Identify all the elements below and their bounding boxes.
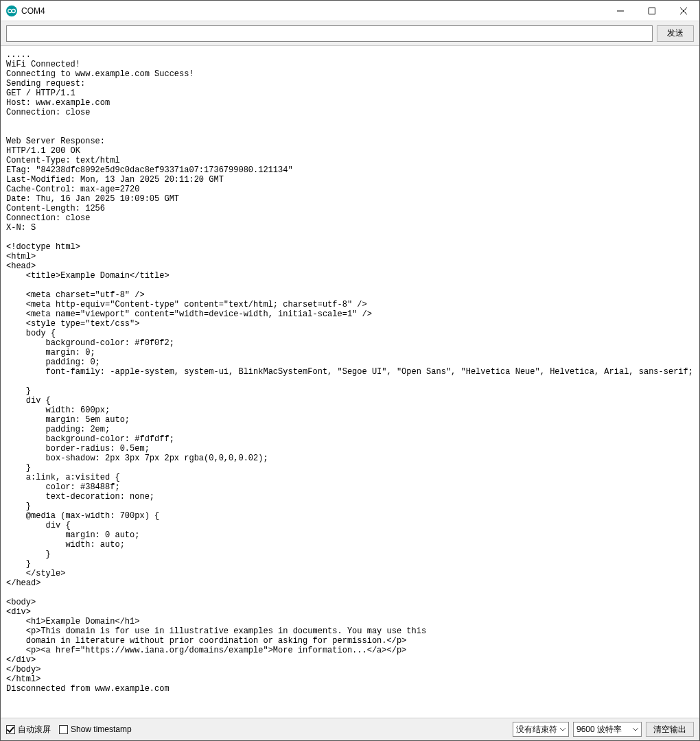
svg-rect-3 bbox=[649, 8, 655, 14]
autoscroll-label: 自动滚屏 bbox=[18, 724, 51, 736]
window-title: COM4 bbox=[21, 6, 605, 16]
minimize-button[interactable] bbox=[605, 1, 636, 21]
send-input[interactable] bbox=[6, 25, 653, 42]
line-ending-value: 没有结束符 bbox=[516, 724, 557, 736]
maximize-button[interactable] bbox=[636, 1, 668, 21]
chevron-down-icon bbox=[633, 725, 638, 734]
serial-output[interactable]: ..... WiFi Connected! Connecting to www.… bbox=[1, 46, 699, 718]
baud-rate-value: 9600 波特率 bbox=[576, 724, 622, 736]
close-button[interactable] bbox=[668, 1, 699, 21]
serial-monitor-window: COM4 发送 ..... WiFi Connected! Connecting… bbox=[0, 0, 700, 741]
line-ending-select[interactable]: 没有结束符 bbox=[513, 722, 569, 737]
clear-output-button[interactable]: 清空输出 bbox=[646, 722, 694, 737]
window-controls bbox=[605, 1, 699, 21]
show-timestamp-label: Show timestamp bbox=[71, 725, 132, 734]
titlebar: COM4 bbox=[1, 1, 699, 21]
checkbox-icon bbox=[6, 725, 15, 734]
checkbox-icon bbox=[59, 725, 68, 734]
svg-point-1 bbox=[12, 9, 15, 12]
baud-rate-select[interactable]: 9600 波特率 bbox=[573, 722, 642, 737]
send-toolbar: 发送 bbox=[1, 21, 699, 46]
show-timestamp-checkbox[interactable]: Show timestamp bbox=[59, 725, 132, 734]
send-button[interactable]: 发送 bbox=[657, 25, 694, 42]
autoscroll-checkbox[interactable]: 自动滚屏 bbox=[6, 724, 51, 736]
arduino-icon bbox=[6, 5, 17, 16]
chevron-down-icon bbox=[560, 725, 565, 734]
svg-point-0 bbox=[8, 9, 12, 12]
statusbar: 自动滚屏 Show timestamp 没有结束符 9600 波特率 清空输出 bbox=[1, 718, 699, 740]
